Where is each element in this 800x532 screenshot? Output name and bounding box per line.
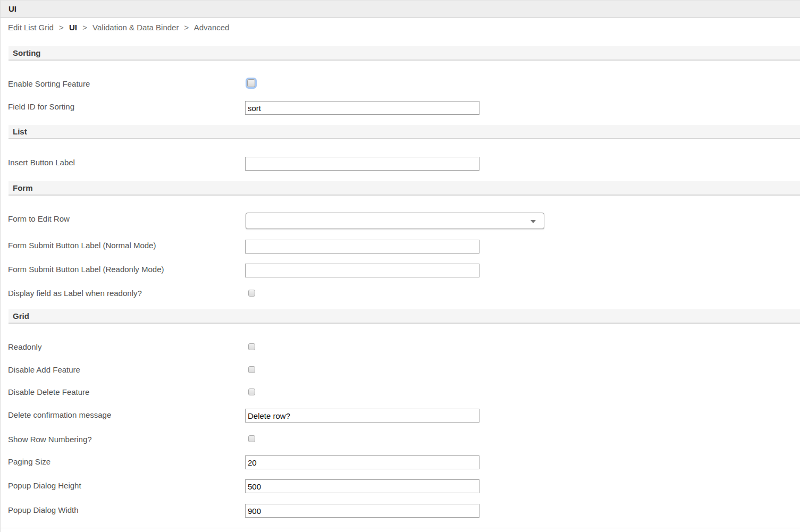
section-title: Grid [13, 311, 29, 320]
label-popup-dialog-height: Popup Dialog Height [8, 481, 81, 490]
section-header-form: Form [9, 181, 800, 196]
label-disable-delete-feature: Disable Delete Feature [8, 387, 89, 396]
settings-panel: UI Edit List Grid > UI > Validation & Da… [0, 0, 800, 532]
label-show-row-numbering: Show Row Numbering? [8, 435, 92, 444]
label-form-submit-button-normal: Form Submit Button Label (Normal Mode) [8, 241, 156, 250]
enable-sorting-feature-checkbox[interactable] [247, 79, 255, 87]
label-readonly: Readonly [8, 342, 41, 351]
label-paging-size: Paging Size [8, 457, 50, 466]
section-header-list: List [9, 125, 800, 139]
breadcrumb-item-validation-data-binder[interactable]: Validation & Data Binder [92, 23, 179, 32]
breadcrumb-item-advanced[interactable]: Advanced [194, 23, 230, 32]
label-display-field-as-label: Display field as Label when readonly? [8, 289, 142, 298]
breadcrumb-separator: > [82, 23, 87, 32]
label-disable-add-feature: Disable Add Feature [8, 365, 80, 374]
section-title: List [13, 127, 27, 136]
insert-button-label-input[interactable] [245, 157, 479, 171]
show-row-numbering-checkbox[interactable] [248, 435, 255, 442]
panel-bottom-border [1, 528, 800, 528]
label-enable-sorting-feature: Enable Sorting Feature [8, 79, 90, 88]
section-header-sorting: Sorting [9, 46, 800, 61]
breadcrumb-item-edit-list-grid[interactable]: Edit List Grid [8, 23, 54, 32]
readonly-checkbox[interactable] [248, 343, 255, 350]
panel-title-bar: UI [1, 1, 800, 18]
label-insert-button-label: Insert Button Label [8, 158, 75, 167]
disable-delete-feature-checkbox[interactable] [248, 389, 255, 395]
chevron-down-icon [530, 220, 536, 223]
popup-dialog-width-input[interactable] [245, 504, 479, 518]
label-delete-confirmation-message: Delete confirmation message [8, 410, 111, 419]
form-submit-button-normal-input[interactable] [245, 240, 479, 254]
label-form-to-edit-row: Form to Edit Row [8, 214, 70, 223]
form-submit-button-readonly-input[interactable] [245, 264, 479, 277]
paging-size-input[interactable] [245, 455, 479, 469]
panel-title: UI [9, 4, 16, 13]
display-field-as-label-checkbox[interactable] [248, 290, 255, 297]
label-form-submit-button-readonly: Form Submit Button Label (Readonly Mode) [8, 265, 164, 274]
breadcrumb-separator: > [184, 23, 189, 32]
label-popup-dialog-width: Popup Dialog Width [8, 505, 79, 514]
breadcrumb-separator: > [59, 23, 64, 32]
section-title: Sorting [13, 48, 41, 57]
section-title: Form [13, 183, 33, 192]
section-header-grid: Grid [9, 309, 800, 324]
form-to-edit-row-select[interactable] [246, 213, 544, 229]
popup-dialog-height-input[interactable] [245, 479, 479, 493]
field-id-for-sorting-input[interactable] [245, 101, 479, 115]
breadcrumb-item-current-ui: UI [69, 23, 77, 32]
label-field-id-for-sorting: Field ID for Sorting [8, 102, 74, 111]
delete-confirmation-message-input[interactable] [245, 409, 479, 423]
disable-add-feature-checkbox[interactable] [248, 366, 255, 373]
breadcrumb: Edit List Grid > UI > Validation & Data … [8, 23, 229, 33]
